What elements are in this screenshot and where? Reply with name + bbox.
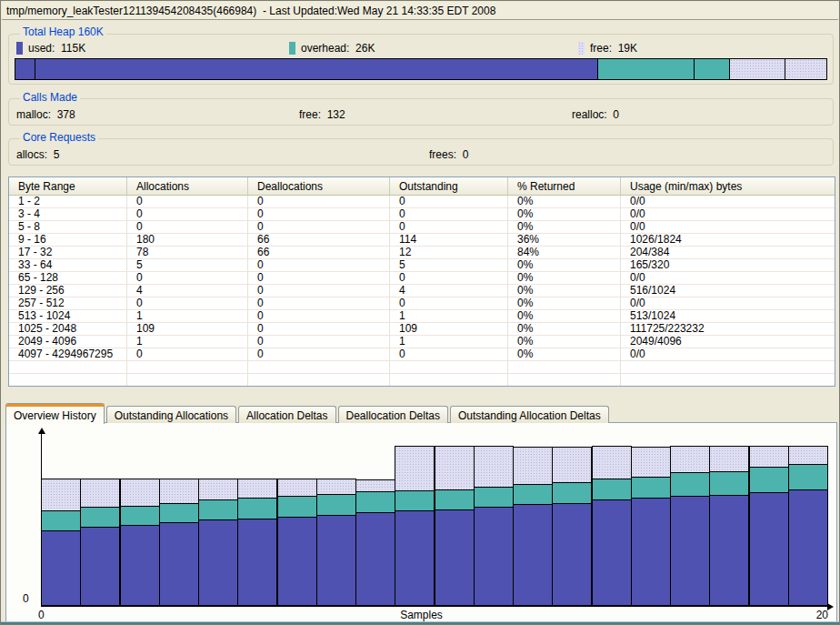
table-cell [621,361,835,374]
table-cell: 0/0 [621,297,835,310]
bar-free-segment [749,446,789,468]
column-header[interactable]: Byte Range [9,177,127,195]
chart-bar-sample-5 [198,479,238,606]
bar-used-segment [355,512,395,606]
table-cell: 9 - 16 [9,234,127,247]
tab-outstanding-allocation-deltas[interactable]: Outstanding Allocation Deltas [450,406,609,423]
chart-bar-sample-2 [80,479,120,606]
table-row[interactable]: 9 - 161806611436%1026/1824 [9,234,835,247]
table-row[interactable]: 65 - 1280000%0/0 [9,272,835,285]
bar-used-segment [80,527,120,606]
column-header[interactable]: Allocations [127,177,248,195]
table-cell [127,374,248,387]
table-cell: 1 [127,310,248,323]
bar-free-segment [474,446,514,488]
bar-used-segment [316,515,356,606]
table-row[interactable]: 4097 - 42949672950000%0/0 [9,348,835,361]
heap-legend-overhead: overhead: 26K [289,41,375,55]
table-cell: 33 - 64 [9,259,127,272]
chart-bar-sample-9 [355,479,395,606]
table-cell: 0% [508,196,621,208]
table-cell [621,374,835,387]
x-axis-tick-20: 20 [800,609,828,621]
table-cell [390,374,508,387]
bar-free-segment [277,479,317,497]
heap-segment-used [15,59,35,79]
chart-bar-sample-4 [159,479,199,606]
overview-history-panel: 0 0 Samples 20 [5,422,837,622]
table-row[interactable]: 33 - 645050%165/320 [9,259,835,272]
bar-free-segment [670,446,710,473]
table-cell [127,361,248,374]
table-row[interactable]: 5 - 80000%0/0 [9,221,835,234]
free-swatch-icon [578,42,585,55]
window-title: tmp/memory_leakTester121139454208435(466… [2,2,838,20]
bar-free-segment [159,479,199,504]
bar-free-segment [552,447,592,483]
bar-free-segment [435,446,475,490]
table-cell: 0% [508,297,621,310]
chart-bar-sample-17 [670,446,710,606]
heap-usage-bar [15,58,827,80]
stat-value: free: 132 [299,108,345,121]
table-row[interactable]: 513 - 10241010%513/1024 [9,310,835,323]
column-header[interactable]: Outstanding [390,177,508,195]
table-row [9,361,835,374]
bar-free-segment [41,479,81,511]
overhead-swatch-icon [289,42,295,55]
x-axis-label: Samples [6,609,836,621]
tab-allocation-deltas[interactable]: Allocation Deltas [238,406,335,423]
bar-used-segment [237,519,277,606]
table-row[interactable]: 257 - 5120000%0/0 [9,297,835,310]
heap-legend-label: used: 115K [28,42,85,55]
table-cell: 114 [390,234,508,247]
tab-overview-history[interactable]: Overview History [5,403,105,424]
table-cell: 204/384 [621,247,835,259]
table-cell: 1 [390,310,508,323]
table-row[interactable]: 1025 - 204810901090%111725/223232 [9,323,835,336]
column-header[interactable]: Usage (min/max) bytes [621,177,835,195]
chart-bar-sample-19 [749,446,789,606]
table-row[interactable]: 129 - 2564040%516/1024 [9,285,835,297]
table-cell [248,374,390,387]
tab-outstanding-allocations[interactable]: Outstanding Allocations [106,406,236,423]
table-row[interactable]: 17 - 3278661284%204/384 [9,247,835,259]
heap-segment-free [730,59,785,79]
table-cell: 0% [508,221,621,234]
table-cell [9,374,127,387]
table-cell: 12 [390,247,508,259]
table-row[interactable]: 2049 - 40961010%2049/4096 [9,336,835,348]
table-cell: 111725/223232 [621,323,835,336]
chart-bar-sample-16 [631,447,671,606]
bar-free-segment [120,479,160,507]
window-bottom-edge [1,621,839,624]
core-requests-group-label: Core Requests [20,132,98,144]
table-cell [248,361,390,374]
bar-used-segment [749,492,789,606]
table-cell: 0 [390,196,508,208]
table-cell: 0 [248,336,390,348]
table-cell: 0 [127,208,248,221]
bar-used-segment [513,504,553,606]
column-header[interactable]: % Returned [508,177,621,195]
bar-used-segment [198,519,238,606]
table-cell: 0 [248,297,390,310]
table-cell: 0% [508,310,621,323]
table-cell: 1 [390,336,508,348]
table-cell: 0 [127,221,248,234]
table-row[interactable]: 1 - 20000%0/0 [9,196,835,208]
chart-bar-sample-15 [592,446,632,606]
table-cell: 1025 - 2048 [9,323,127,336]
total-heap-group-label: Total Heap 160K [20,26,106,38]
table-cell: 0 [248,285,390,297]
total-heap-group: Total Heap 160K used: 115Koverhead: 26Kf… [8,34,834,85]
bar-free-segment [355,479,395,492]
table-cell: 0 [248,310,390,323]
bar-overhead-segment [552,482,592,504]
chart-bar-sample-20 [788,446,828,606]
table-cell [508,361,621,374]
table-row[interactable]: 3 - 40000%0/0 [9,208,835,221]
tab-deallocation-deltas[interactable]: Deallocation Deltas [338,406,448,423]
column-header[interactable]: Deallocations [248,177,390,195]
y-axis-tick-0: 0 [23,592,29,605]
